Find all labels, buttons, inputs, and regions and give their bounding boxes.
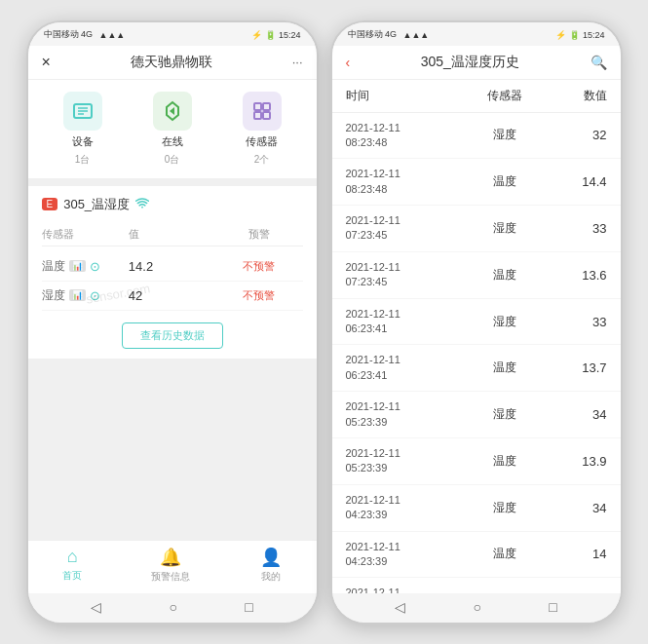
history-value: 14.4 [549, 174, 607, 189]
sensor-name-temp: 温度 📊 ⊙ [42, 258, 129, 275]
stat-label-sensor: 传感器 [246, 134, 278, 149]
history-value: 13.6 [549, 268, 607, 283]
left-phone: 中国移动 4G ▲▲▲ ⚡ 🔋 15:24 × 德天驰鼎物联 ··· [26, 20, 319, 625]
profile-icon: 👤 [260, 547, 282, 568]
recents-gesture-right[interactable]: □ [549, 599, 556, 615]
status-right-info: ⚡ 🔋 15:24 [555, 30, 605, 40]
history-time: 2021-12-11 03:23:35 [346, 586, 462, 592]
back-gesture-right[interactable]: ◁ [395, 599, 405, 615]
col-header-time: 时间 [346, 88, 462, 104]
history-row: 2021-12-11 04:23:39 温度 14 [332, 532, 621, 579]
time-display: 15:24 [279, 30, 301, 40]
battery-right-icon: 🔋 [569, 30, 580, 40]
history-value: 13.7 [549, 360, 607, 375]
bluetooth-right-icon: ⚡ [555, 30, 566, 40]
history-time: 2021-12-11 04:23:39 [346, 540, 462, 570]
stat-value-online: 0台 [165, 153, 180, 167]
svg-rect-7 [263, 112, 270, 119]
svg-point-8 [141, 207, 143, 208]
stat-label-online: 在线 [162, 134, 183, 149]
history-sensor: 温度 [462, 546, 549, 562]
col-header-sensor-right: 传感器 [462, 88, 549, 104]
history-row: 2021-12-11 07:23:45 温度 13.6 [332, 252, 621, 299]
nav-alerts-label: 预警信息 [151, 570, 190, 584]
svg-rect-5 [263, 103, 270, 110]
humidity-chart-icon: 📊 [69, 289, 86, 301]
temp-settings-icon[interactable]: ⊙ [90, 259, 100, 274]
alert-icon: 🔔 [160, 547, 181, 568]
sensor-alert-humidity: 不预警 [215, 288, 302, 303]
sensor-name-humidity: 湿度 📊 ⊙ [42, 287, 129, 304]
search-button[interactable]: 🔍 [591, 55, 607, 70]
nav-home[interactable]: ⌂ 首页 [62, 547, 82, 584]
history-title: 305_温湿度历史 [350, 54, 590, 71]
status-bar-right-info: ⚡ 🔋 15:24 [251, 30, 301, 40]
history-btn-wrap: 查看历史数据 [42, 322, 303, 349]
sensor-value-temp: 14.2 [129, 259, 215, 274]
history-sensor: 温度 [462, 267, 549, 284]
history-sensor: 湿度 [462, 500, 549, 516]
sensor-value-humidity: 42 [129, 288, 215, 303]
history-sensor: 湿度 [462, 314, 549, 330]
nav-alerts[interactable]: 🔔 预警信息 [151, 547, 190, 584]
close-button[interactable]: × [42, 54, 51, 71]
online-icon-wrap [153, 92, 192, 131]
sensor-badge: E [42, 198, 58, 210]
history-value: 14 [549, 547, 607, 561]
history-row: 2021-12-11 08:23:48 温度 14.4 [332, 159, 621, 206]
recents-gesture[interactable]: □ [245, 599, 252, 615]
history-list: 2021-12-11 08:23:48 湿度 32 2021-12-11 08:… [332, 113, 621, 593]
nav-profile[interactable]: 👤 我的 [260, 547, 282, 584]
stat-value-device: 1台 [75, 153, 91, 167]
carrier-info: 中国移动 4G [44, 28, 94, 41]
history-table-header: 时间 传感器 数值 [332, 80, 621, 113]
history-row: 2021-12-11 05:23:39 温度 13.9 [332, 438, 621, 485]
history-time: 2021-12-11 07:23:45 [346, 213, 462, 244]
nav-home-label: 首页 [62, 569, 82, 583]
battery-icon: 🔋 [265, 30, 276, 40]
status-bar-left: 中国移动 4G ▲▲▲ ⚡ 🔋 15:24 [28, 22, 317, 46]
history-time: 2021-12-11 08:23:48 [346, 121, 462, 151]
right-phone: 中国移动 4G ▲▲▲ ⚡ 🔋 15:24 ‹ 305_温湿度历史 🔍 时间 传… [330, 20, 623, 625]
col-header-alert: 预警 [215, 227, 302, 242]
svg-rect-4 [254, 103, 261, 110]
gesture-bar-right: ◁ ○ □ [332, 593, 621, 623]
sensor-stat-icon [250, 99, 274, 123]
history-row: 2021-12-11 08:23:48 湿度 32 [332, 113, 621, 160]
history-sensor: 温度 [462, 173, 549, 190]
app-header: × 德天驰鼎物联 ··· [28, 46, 317, 80]
status-right-carrier: 中国移动 4G ▲▲▲ [348, 28, 430, 41]
history-value: 33 [549, 315, 607, 329]
back-gesture[interactable]: ◁ [91, 599, 101, 615]
history-time: 2021-12-11 07:23:45 [346, 260, 462, 290]
sensor-table-header: 传感器 值 预警 [42, 223, 303, 246]
sensor-group-name: 305_温湿度 [63, 196, 130, 213]
temp-label: 温度 [42, 258, 65, 275]
gesture-bar-left: ◁ ○ □ [28, 593, 317, 623]
home-icon: ⌂ [67, 547, 78, 567]
history-row: 2021-12-11 05:23:39 湿度 34 [332, 392, 621, 438]
stat-card-online: 在线 0台 [153, 92, 192, 167]
sensor-row-humidity: 湿度 📊 ⊙ 42 不预警 [42, 282, 303, 311]
home-gesture[interactable]: ○ [170, 599, 177, 615]
humidity-settings-icon[interactable]: ⊙ [90, 288, 100, 303]
left-content: 设备 1台 在线 0台 [28, 80, 317, 540]
history-row: 2021-12-11 03:23:35 湿度 35 [332, 578, 621, 592]
menu-button[interactable]: ··· [292, 55, 303, 69]
history-row: 2021-12-11 06:23:41 湿度 33 [332, 299, 621, 346]
bluetooth-icon: ⚡ [251, 30, 262, 40]
stat-value-sensor: 2个 [254, 153, 270, 167]
device-icon [71, 99, 95, 123]
sensor-alert-temp: 不预警 [215, 259, 302, 274]
stat-card-device: 设备 1台 [63, 92, 102, 167]
status-bar-left-info: 中国移动 4G ▲▲▲ [44, 28, 126, 41]
history-value: 33 [549, 221, 607, 236]
history-row: 2021-12-11 04:23:39 湿度 34 [332, 485, 621, 532]
history-time: 2021-12-11 06:23:41 [346, 307, 462, 337]
online-icon [161, 99, 184, 123]
history-button[interactable]: 查看历史数据 [122, 322, 223, 349]
stats-row: 设备 1台 在线 0台 [28, 80, 317, 178]
sensor-group: E 305_温湿度 传感器 值 预警 温 [28, 186, 317, 359]
home-gesture-right[interactable]: ○ [474, 599, 481, 615]
history-time: 2021-12-11 06:23:41 [346, 353, 462, 383]
